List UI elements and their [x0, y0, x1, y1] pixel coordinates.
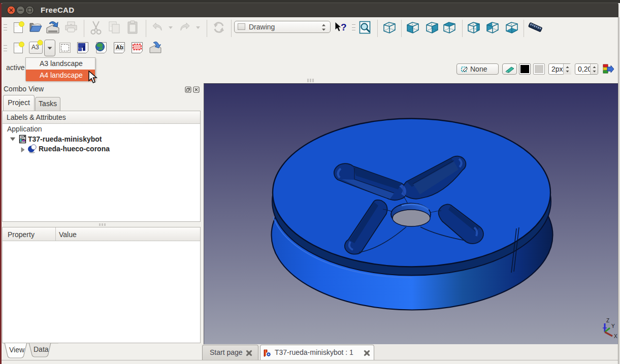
svg-text:View: View [9, 346, 25, 354]
svg-text:Y: Y [611, 323, 615, 329]
svg-text:Ab: Ab [116, 44, 123, 50]
svg-text:X: X [614, 334, 617, 339]
svg-text:Z: Z [606, 318, 609, 323]
svg-text:?: ? [341, 22, 347, 32]
svg-text:Data: Data [34, 345, 49, 353]
